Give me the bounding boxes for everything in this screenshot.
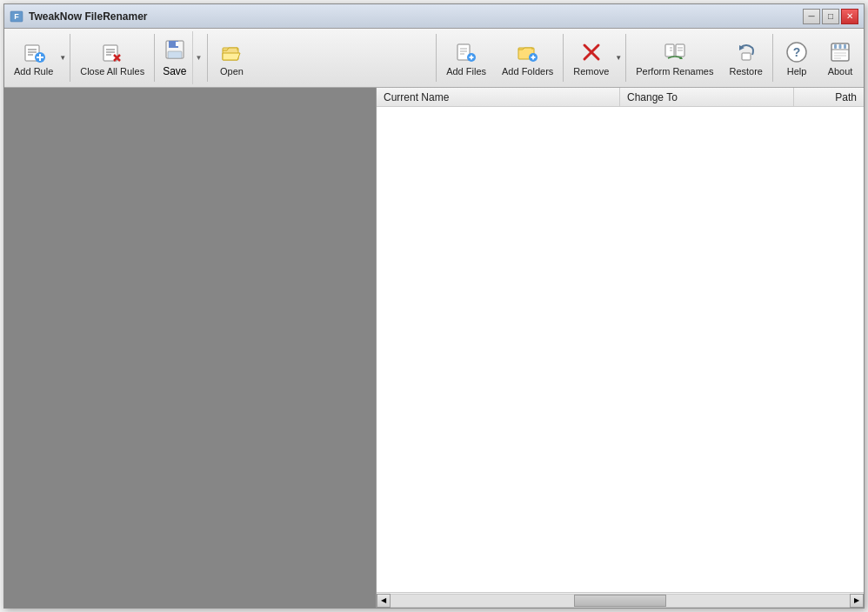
scroll-thumb[interactable] <box>574 595 666 607</box>
sep1 <box>70 34 70 82</box>
add-files-button[interactable]: Add Files <box>438 30 494 85</box>
content-area: Current Name Change To Path ◀ ▶ <box>4 88 864 608</box>
scroll-track[interactable] <box>391 594 850 608</box>
restore-label: Restore <box>729 66 763 76</box>
sep5 <box>563 34 564 82</box>
save-label: Save <box>163 65 186 77</box>
rules-panel <box>4 88 377 608</box>
add-rule-label: Add Rule <box>14 66 53 76</box>
svg-rect-47 <box>839 44 842 49</box>
file-list-panel: Current Name Change To Path ◀ ▶ <box>377 88 864 608</box>
minimize-button[interactable]: ─ <box>803 9 820 24</box>
add-folders-button[interactable]: Add Folders <box>494 30 561 85</box>
title-bar: F TweakNow FileRenamer ─ □ ✕ <box>4 4 864 29</box>
file-list-body[interactable] <box>377 107 864 592</box>
add-folders-label: Add Folders <box>502 66 553 76</box>
toolbar: Add Rule ▼ Close All Rules <box>4 29 864 88</box>
add-files-label: Add Files <box>446 66 486 76</box>
col-header-change-to[interactable]: Change To <box>620 88 794 106</box>
svg-rect-18 <box>168 51 182 58</box>
save-group[interactable]: Save ▼ <box>157 30 205 85</box>
close-all-rules-button[interactable]: Close All Rules <box>72 30 152 85</box>
scroll-left-button[interactable]: ◀ <box>377 594 391 608</box>
restore-button[interactable]: Restore <box>721 30 771 85</box>
window-controls: ─ □ ✕ <box>803 9 858 24</box>
maximize-button[interactable]: □ <box>822 9 839 24</box>
open-label: Open <box>220 66 244 76</box>
file-list-header: Current Name Change To Path <box>377 88 864 107</box>
add-folders-icon <box>516 40 540 64</box>
scroll-right-button[interactable]: ▶ <box>850 594 864 608</box>
svg-rect-17 <box>176 42 178 46</box>
about-button[interactable]: About <box>818 30 862 85</box>
add-files-icon <box>454 40 478 64</box>
horizontal-scrollbar[interactable]: ◀ ▶ <box>377 592 864 608</box>
save-icon <box>164 38 186 63</box>
save-arrow[interactable]: ▼ <box>192 31 205 84</box>
sep3 <box>207 34 208 82</box>
main-window: F TweakNow FileRenamer ─ □ ✕ <box>3 3 865 609</box>
remove-button[interactable]: Remove <box>565 36 613 81</box>
add-rule-arrow[interactable]: ▼ <box>57 54 68 62</box>
sep4 <box>436 34 437 82</box>
perform-renames-button[interactable]: Perform Renames <box>628 30 721 85</box>
remove-arrow[interactable]: ▼ <box>613 54 624 62</box>
remove-icon <box>579 40 604 64</box>
remove-label: Remove <box>573 66 609 76</box>
perform-renames-icon <box>663 40 687 64</box>
sep2 <box>154 34 155 82</box>
open-button[interactable]: Open <box>210 30 253 85</box>
add-rule-button[interactable]: Add Rule <box>6 36 57 81</box>
help-icon: ? <box>785 40 809 64</box>
add-rule-icon <box>22 40 46 64</box>
window-title: TweakNow FileRenamer <box>29 10 803 23</box>
restore-icon <box>734 40 758 64</box>
sep7 <box>772 34 773 82</box>
svg-rect-48 <box>844 44 846 49</box>
perform-renames-label: Perform Renames <box>636 66 713 76</box>
about-label: About <box>828 66 853 76</box>
svg-rect-41 <box>742 53 751 60</box>
about-icon <box>828 40 852 64</box>
add-rule-group: Add Rule ▼ <box>6 30 68 85</box>
help-label: Help <box>787 66 807 76</box>
app-icon: F <box>10 10 23 23</box>
remove-group: Remove ▼ <box>565 30 624 85</box>
close-all-rules-icon <box>100 40 124 64</box>
close-button[interactable]: ✕ <box>841 9 858 24</box>
open-icon <box>219 40 244 64</box>
svg-rect-46 <box>834 44 837 49</box>
svg-text:?: ? <box>793 45 801 59</box>
col-header-current-name[interactable]: Current Name <box>377 88 620 106</box>
close-all-rules-label: Close All Rules <box>80 66 144 76</box>
help-button[interactable]: ? Help <box>775 30 818 85</box>
save-button[interactable]: Save <box>157 31 191 84</box>
col-header-path[interactable]: Path <box>794 88 864 106</box>
sep6 <box>625 34 626 82</box>
svg-text:F: F <box>14 12 19 21</box>
